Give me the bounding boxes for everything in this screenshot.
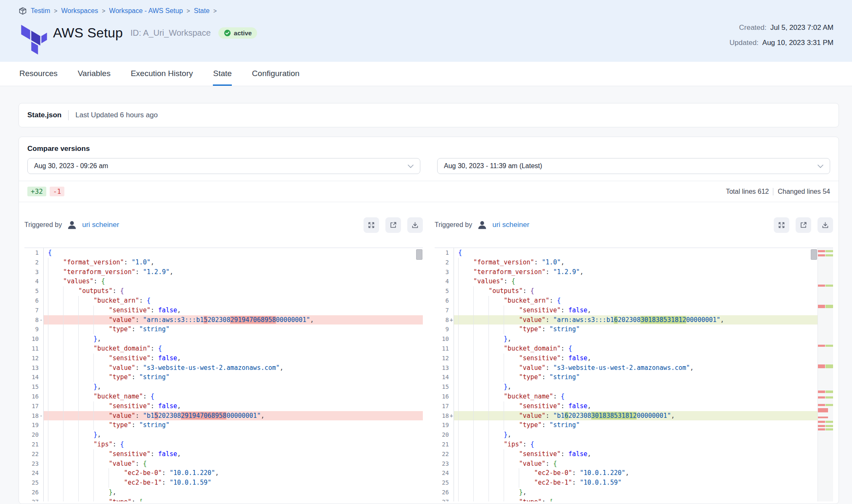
code-line-content: "bucket_domain": { [454,344,833,354]
tab-execution-history[interactable]: Execution History [131,62,193,86]
ruler-removed-mark [818,421,825,423]
updated-label: Updated: [730,39,759,47]
fullscreen-icon [778,221,786,229]
breadcrumb-item-workspaces[interactable]: Workspaces [61,7,98,15]
workspace-id: ID: A_Uri_Workspace [130,28,211,38]
code-line-content: "format_version": "1.0", [44,258,423,267]
code-line: 2 "format_version": "1.0", [435,258,833,267]
breadcrumb-item-workspace-aws-setup[interactable]: Workspace - AWS Setup [109,7,183,15]
scrollbar-thumb[interactable] [416,249,422,260]
additions-badge: +32 [27,187,46,196]
line-number: 25 [435,478,454,488]
code-line-content: }, [454,334,833,344]
code-line: 11 "bucket_domain": { [24,344,423,354]
ruler-added-mark [825,391,833,393]
code-line-content: "value": "b1620230830183853181200000001"… [454,411,833,421]
breadcrumb-item-state[interactable]: State [194,7,210,15]
line-number: 23 [24,459,44,469]
code-line: 20 }, [24,430,423,440]
scrollbar-thumb[interactable] [811,249,817,260]
code-line: 3 "terraform_version": "1.2.9", [435,267,833,277]
code-line-content: "outputs": { [44,286,423,296]
check-circle-icon [224,29,231,37]
code-line: 27 "type": [ [24,497,423,501]
fullscreen-button[interactable] [364,217,379,233]
code-line-content: }, [44,488,423,497]
tab-variables[interactable]: Variables [78,62,111,86]
code-line: 16 "bucket_name": { [24,392,423,401]
code-line: 22 "sensitive": false, [435,449,833,459]
ruler-added-mark [825,396,833,398]
code-line-content: "terraform_version": "1.2.9", [44,267,423,277]
version-select-left[interactable]: Aug 30, 2023 - 09:26 am [27,158,420,174]
triggered-by-label: Triggered by [24,221,62,229]
external-link-icon [799,221,807,229]
tab-configuration[interactable]: Configuration [252,62,300,86]
code-line-content: "ec2-be-1": "10.0.1.59" [454,478,833,488]
code-line: 12 "sensitive": false, [435,354,833,363]
code-line: 26 }, [24,488,423,497]
fullscreen-button[interactable] [774,217,789,233]
open-external-button[interactable] [385,217,401,233]
download-button[interactable] [817,217,833,233]
line-number: 6 [24,296,44,306]
triggered-by-user-link[interactable]: uri scheiner [82,221,119,229]
code-line-content: { [44,248,423,258]
code-line: 5 "outputs": { [435,286,833,296]
tab-resources[interactable]: Resources [19,62,58,86]
code-line-content: "type": [ [454,497,833,501]
breadcrumb: Testim > Workspaces > Workspace - AWS Se… [19,7,217,15]
code-line-content: "type": "string" [454,372,833,382]
line-number: 3 [24,267,44,277]
line-number: 21 [24,440,44,449]
code-editor-left: 1{2 "format_version": "1.0",3 "terraform… [24,248,423,501]
line-number: 1 [24,248,44,258]
code-line-content: "ec2-be-0": "10.0.1.220", [454,468,833,478]
ruler-added-mark [825,425,833,427]
open-external-button[interactable] [796,217,811,233]
line-number: 16 [24,392,44,401]
code-line-content: "bucket_arn": { [454,296,833,306]
ruler-added-mark [825,254,833,256]
line-number: 12 [24,354,44,363]
triggered-by-user-link[interactable]: uri scheiner [492,221,529,229]
state-file-last-updated: Last Updated 6 hours ago [75,111,158,119]
line-number: 4 [435,277,454,286]
code-line: 23 "value": { [24,459,423,469]
code-line-content: "value": "s3-website-us-west-2.amazonaws… [454,363,833,373]
code-line-content: "value": "s3-website-us-west-2.amazonaws… [44,363,423,373]
code-line-content: "ec2-be-1": "10.0.1.59" [44,478,423,488]
code-line: 6 "bucket_arn": { [435,296,833,306]
state-file-name: State.json [27,111,61,119]
line-number: 9 [435,325,454,334]
version-select-right[interactable]: Aug 30, 2023 - 11:39 am (Latest) [437,158,830,174]
user-avatar-icon [477,219,488,230]
ruler-removed-mark [818,417,828,418]
download-button[interactable] [407,217,423,233]
line-number: 8- [24,315,44,325]
code-line-content: "bucket_domain": { [44,344,423,354]
ruler-removed-mark [818,428,825,430]
line-number: 25 [24,478,44,488]
tab-state[interactable]: State [213,62,231,86]
code-line: 15 }, [435,382,833,392]
ruler-removed-mark [818,364,825,368]
line-number: 2 [24,258,44,267]
code-line-content: "bucket_name": { [454,392,833,401]
code-line-content: }, [44,334,423,344]
line-number: 27 [24,497,44,501]
line-number: 6 [435,296,454,306]
code-line-content: "type": "string" [454,420,833,430]
code-line: 10 }, [435,334,833,344]
deletions-badge: -1 [50,187,64,196]
line-number: 13 [435,363,454,373]
line-number: 16 [435,392,454,401]
code-line: 24 "ec2-be-0": "10.0.1.220", [24,468,423,478]
code-line-content: { [454,248,833,258]
breadcrumb-item-testim[interactable]: Testim [31,7,50,15]
diff-pane-left: Triggered by uri scheiner 1{2 "format_ve… [24,202,423,501]
code-line-content: "sensitive": false, [44,354,423,363]
code-line-content: "format_version": "1.0", [454,258,833,267]
line-number: 20 [24,430,44,440]
breadcrumb-separator: > [213,8,217,14]
